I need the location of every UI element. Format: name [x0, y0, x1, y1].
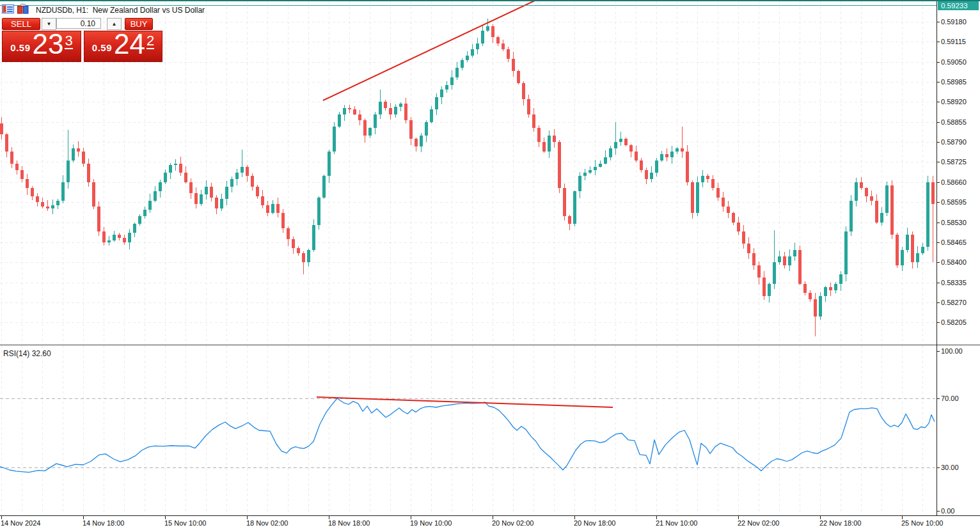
- sell-quote-panel[interactable]: 0.59 23 3: [2, 31, 81, 62]
- candle-body: [502, 43, 505, 50]
- candle-body: [148, 201, 152, 210]
- candle-body: [435, 97, 438, 109]
- volume-input[interactable]: [56, 18, 101, 29]
- candle-body: [660, 154, 663, 160]
- candle-body: [916, 253, 919, 262]
- candle-body: [788, 256, 791, 265]
- candle-body: [189, 182, 193, 193]
- buy-price-prefix: 0.59: [92, 42, 112, 53]
- candle-body: [481, 31, 484, 43]
- chart-title-bar: NZDUSDb, H1: New Zealand Dollar vs US Do…: [2, 4, 205, 17]
- candle-body: [768, 284, 771, 296]
- rsi-trendline[interactable]: [317, 397, 613, 407]
- buy-quote-panel[interactable]: 0.59 24 2: [84, 31, 162, 62]
- rsi-tick-label: 30.00: [941, 464, 959, 471]
- candle-body: [885, 185, 889, 213]
- candle-body: [41, 202, 44, 207]
- time-axis[interactable]: 14 Nov 202414 Nov 18:0015 Nov 10:0018 No…: [1, 515, 943, 527]
- price-tick-label: 0.59115: [941, 38, 966, 45]
- candle-body: [241, 167, 244, 173]
- candle-body: [839, 274, 842, 283]
- candle-body: [670, 152, 674, 158]
- candle-body: [353, 109, 356, 114]
- one-click-trading-icon[interactable]: [17, 4, 29, 17]
- candle-body: [783, 256, 786, 265]
- candle-body: [302, 253, 305, 262]
- candle-body: [773, 262, 776, 284]
- candle-body: [491, 26, 494, 37]
- candle-body: [850, 201, 853, 231]
- candle-body: [230, 179, 233, 187]
- chevron-up-icon: ▲: [112, 21, 117, 27]
- candle-body: [399, 104, 402, 107]
- candle-body: [374, 114, 377, 129]
- chevron-down-icon: ▼: [47, 21, 52, 27]
- candle-body: [404, 104, 407, 121]
- candle-body: [297, 248, 300, 253]
- candle-body: [476, 43, 479, 50]
- candle-body: [225, 187, 228, 199]
- candle-body: [880, 213, 883, 222]
- candle-body: [875, 201, 878, 223]
- candle-body: [261, 196, 264, 205]
- candle-body: [716, 188, 720, 197]
- price-axis[interactable]: 0.591800.591150.590500.589850.589200.588…: [937, 18, 967, 515]
- price-tick-label: 0.59050: [941, 58, 967, 66]
- candle-body: [15, 164, 19, 170]
- candle-body: [133, 224, 136, 233]
- price-trendline[interactable]: [323, 0, 536, 100]
- candle-body: [819, 296, 822, 316]
- candle-body: [911, 235, 914, 262]
- candle-body: [640, 160, 643, 169]
- candle-body: [159, 182, 162, 191]
- candle-body: [10, 152, 13, 164]
- candle-body: [686, 152, 689, 182]
- candle-body: [107, 240, 111, 242]
- candle-body: [553, 136, 556, 142]
- time-tick-label: 20 Nov 18:00: [574, 519, 615, 527]
- candle-body: [445, 85, 448, 90]
- candle-body: [67, 160, 70, 182]
- candle-body: [578, 176, 581, 191]
- price-tick-label: 0.58270: [941, 299, 967, 306]
- candles: [0, 19, 935, 336]
- candle-body: [855, 182, 858, 201]
- candle-body: [860, 182, 863, 189]
- current-price-label: 0.59233: [941, 2, 968, 10]
- time-tick-label: 18 Nov 02:00: [246, 519, 288, 527]
- candle-body: [425, 122, 428, 136]
- candle-body: [169, 165, 172, 173]
- candle-body: [77, 148, 80, 152]
- candle-body: [834, 284, 837, 290]
- time-tick-label: 25 Nov 10:00: [901, 519, 943, 527]
- candle-body: [312, 225, 315, 250]
- candle-body: [307, 250, 310, 262]
- candle-body: [87, 164, 90, 182]
- price-tick-label: 0.58400: [941, 258, 967, 266]
- chart-list-icon[interactable]: [2, 4, 14, 17]
- price-chart[interactable]: 0.591800.591150.590500.589850.589200.588…: [0, 0, 980, 532]
- candle-body: [113, 235, 116, 241]
- candle-body: [676, 148, 679, 152]
- candle-body: [389, 108, 392, 114]
- candle-body: [333, 127, 336, 152]
- rsi-tick-label: 100.00: [941, 347, 963, 355]
- candle-body: [793, 250, 796, 256]
- price-tick-label: 0.58920: [941, 98, 967, 106]
- candle-body: [635, 152, 638, 160]
- candle-body: [292, 239, 295, 248]
- price-tick-label: 0.58335: [941, 279, 967, 286]
- candle-body: [629, 145, 633, 152]
- candle-body: [573, 191, 576, 224]
- time-tick-label: 14 Nov 2024: [1, 519, 40, 527]
- window-top-border: [0, 0, 980, 1]
- candle-body: [496, 37, 500, 43]
- candle-body: [747, 244, 750, 253]
- candle-body: [246, 167, 249, 176]
- chart-title: NZDUSDb, H1: New Zealand Dollar vs US Do…: [36, 6, 205, 15]
- candle-body: [757, 265, 761, 278]
- candle-body: [865, 188, 868, 196]
- price-tick-label: 0.58660: [941, 178, 967, 186]
- candle-body: [128, 233, 131, 242]
- rsi-indicator-label: RSI(14) 32.60: [3, 349, 51, 358]
